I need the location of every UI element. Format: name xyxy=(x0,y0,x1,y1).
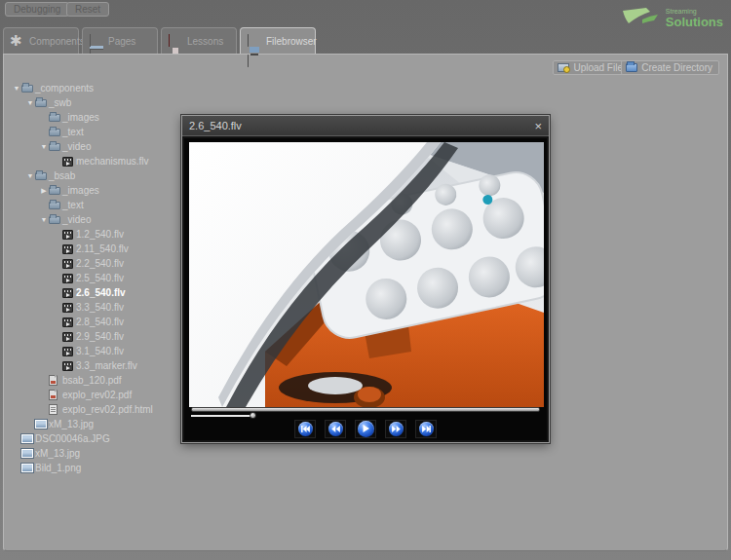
tree-item-label: xM_13.jpg xyxy=(35,448,80,459)
html-file-icon xyxy=(49,404,62,415)
tab-label: Filebrowser xyxy=(266,36,317,47)
skip-forward-icon xyxy=(419,422,434,436)
folder-file-icon xyxy=(49,129,62,136)
tree-item-label: _images xyxy=(62,112,99,123)
tab-components[interactable]: Components xyxy=(3,27,79,54)
tree-item-label: DSC00046a.JPG xyxy=(35,433,110,444)
seek-bar[interactable] xyxy=(189,406,542,418)
tab-lessons[interactable]: Lessons xyxy=(161,27,237,54)
tree-item-label: _video xyxy=(62,214,91,225)
folder-file-icon xyxy=(49,143,62,151)
video-file-icon xyxy=(62,157,76,167)
tree-item-label: _text xyxy=(62,127,84,137)
collapse-arrow-icon[interactable]: ▶ xyxy=(39,187,49,195)
video-file-icon xyxy=(62,259,76,269)
logo-swoosh-icon xyxy=(621,6,662,29)
logo-big-text: Solutions xyxy=(666,16,723,28)
tab-label: Pages xyxy=(108,36,135,47)
skip-back-button[interactable] xyxy=(294,420,316,438)
tree-item-label: 2.6_540.flv xyxy=(76,287,126,298)
tree-item-label: 2.9_540.flv xyxy=(76,331,124,342)
folder-file-icon xyxy=(49,202,62,209)
gear-icon xyxy=(11,35,24,47)
play-icon xyxy=(358,421,374,437)
tree-item-label: 2.5_540.flv xyxy=(76,273,124,283)
tree-item-label: explo_rev02.pdf.html xyxy=(62,404,153,415)
video-player xyxy=(182,136,549,442)
tree-item-label: _bsab xyxy=(49,170,75,181)
reset-button[interactable]: Reset xyxy=(66,2,109,17)
top-header: Debugging Reset Streaming Solutions xyxy=(0,0,731,26)
play-button[interactable] xyxy=(355,420,376,438)
folder-file-icon xyxy=(21,85,35,93)
tree-item-label: _images xyxy=(62,185,99,196)
tree-item-label: explo_rev02.pdf xyxy=(62,390,132,400)
image-file-icon xyxy=(21,449,35,458)
tree-item-label: 3.3_marker.flv xyxy=(76,360,137,371)
tree-item-label: 2.2_540.flv xyxy=(76,258,124,269)
tree-item-label: 2.8_540.flv xyxy=(76,317,124,327)
tree-item-label: _components xyxy=(35,83,94,93)
tree-item-label: 1.2_540.flv xyxy=(76,229,124,240)
tree-item-label: 2.11_540.flv xyxy=(76,243,129,254)
expand-arrow-icon[interactable]: ▼ xyxy=(12,85,21,92)
tree-item[interactable]: Bild_1.png xyxy=(12,461,236,475)
image-file-icon xyxy=(21,434,35,443)
video-file-icon xyxy=(62,274,76,283)
tree-item-label: _text xyxy=(62,200,84,210)
expand-arrow-icon[interactable]: ▼ xyxy=(39,143,49,150)
expand-arrow-icon[interactable]: ▼ xyxy=(25,99,35,106)
tab-filebrowser[interactable]: Filebrowser xyxy=(240,27,316,54)
close-icon[interactable]: × xyxy=(534,120,542,132)
folder-file-icon xyxy=(49,114,62,122)
fast-forward-button[interactable] xyxy=(385,420,406,438)
video-file-icon xyxy=(62,288,76,298)
video-file-icon xyxy=(62,361,76,371)
tree-item-label: _swb xyxy=(49,97,71,108)
player-controls xyxy=(189,406,542,438)
tree-item-label: xM_13.jpg xyxy=(49,419,94,429)
create-directory-button[interactable]: Create Directory xyxy=(621,60,719,75)
folder-file-icon xyxy=(35,99,49,107)
brand-logo: Streaming Solutions xyxy=(621,6,723,29)
video-file-icon xyxy=(62,317,76,327)
tree-item[interactable]: ▼_components xyxy=(12,81,236,95)
folder-file-icon xyxy=(49,187,62,195)
video-file-icon xyxy=(62,244,76,254)
video-file-icon xyxy=(62,303,76,313)
player-buttons xyxy=(189,419,542,438)
seek-handle[interactable] xyxy=(250,412,256,419)
tree-item-label: 3.3_540.flv xyxy=(76,302,124,313)
seek-progress xyxy=(191,415,252,417)
tab-label: Lessons xyxy=(187,36,223,47)
dialog-title-bar[interactable]: 2.6_540.flv × xyxy=(182,116,549,136)
seek-track[interactable] xyxy=(191,407,540,412)
pdf-file-icon xyxy=(49,390,62,400)
tree-item[interactable]: ▼_swb xyxy=(12,95,236,110)
new-folder-icon xyxy=(626,63,637,72)
tab-pages[interactable]: Pages xyxy=(82,27,158,54)
tab-label: Components xyxy=(29,36,85,47)
video-file-icon xyxy=(62,332,76,342)
upload-file-label: Upload File xyxy=(573,62,623,73)
upload-file-button[interactable]: Upload File xyxy=(553,60,630,75)
video-frame[interactable] xyxy=(189,142,544,407)
expand-arrow-icon[interactable]: ▼ xyxy=(25,172,35,179)
lesson-icon xyxy=(169,35,182,47)
monitor-icon xyxy=(248,35,261,47)
rewind-button[interactable] xyxy=(325,420,346,438)
tree-item-label: mechanismus.flv xyxy=(76,156,148,167)
video-file-icon xyxy=(62,347,76,356)
fast-forward-icon xyxy=(389,422,404,436)
page-icon xyxy=(90,35,103,47)
debugging-button[interactable]: Debugging xyxy=(5,2,69,17)
skip-forward-button[interactable] xyxy=(415,420,437,438)
tab-bar: Components Pages Lessons Filebrowser xyxy=(0,27,731,54)
video-player-dialog: 2.6_540.flv × xyxy=(181,115,550,443)
image-file-icon xyxy=(21,464,35,472)
expand-arrow-icon[interactable]: ▼ xyxy=(39,216,49,223)
folder-file-icon xyxy=(35,172,49,180)
tree-item-label: bsab_120.pdf xyxy=(62,375,122,386)
app-window: Debugging Reset Streaming Solutions Comp… xyxy=(0,0,731,560)
tree-item[interactable]: xM_13.jpg xyxy=(12,446,236,461)
